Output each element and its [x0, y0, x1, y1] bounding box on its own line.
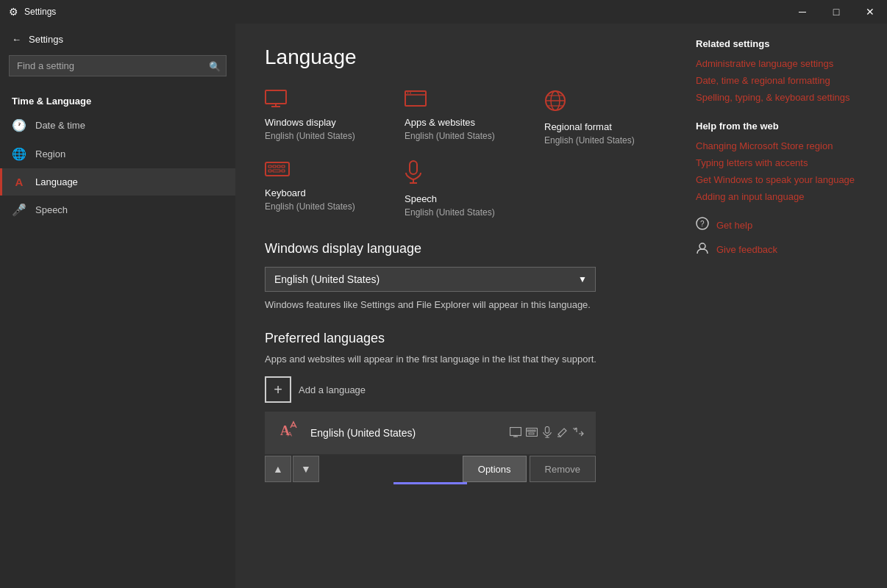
tile-apps-websites[interactable]: Apps & websites English (United States)	[405, 90, 522, 146]
remove-button[interactable]: Remove	[530, 456, 596, 482]
help-from-web-section: Help from the web Changing Microsoft Sto…	[696, 121, 872, 202]
sidebar-item-speech[interactable]: 🎤 Speech	[0, 196, 235, 224]
svg-point-41	[699, 243, 705, 249]
pref-lang-desc: Apps and websites will appear in the fir…	[265, 354, 652, 365]
bottom-bar	[265, 482, 596, 484]
lang-cap-speech-icon	[542, 426, 552, 440]
tile-speech-label: Speech	[405, 193, 522, 204]
help-link-accents[interactable]: Typing letters with accents	[696, 157, 872, 168]
add-language-button[interactable]: + Add a language	[265, 376, 652, 403]
tile-regional-format-sublabel: English (United States)	[544, 135, 662, 146]
language-icon: A	[12, 176, 26, 188]
lang-cap-handwriting-icon	[557, 427, 568, 440]
add-lang-label: Add a language	[299, 384, 366, 395]
give-feedback-label: Give feedback	[716, 244, 777, 255]
give-feedback-item[interactable]: Give feedback	[696, 241, 872, 258]
tile-windows-display-sublabel: English (United States)	[265, 131, 382, 141]
sidebar: ← Settings 🔍 Time & Language 🕐 Date & ti…	[0, 24, 235, 588]
svg-point-6	[410, 93, 411, 94]
lang-item-name: English (United States)	[310, 427, 502, 439]
help-link-speak[interactable]: Get Windows to speak your language	[696, 174, 872, 185]
get-help-label: Get help	[716, 220, 752, 231]
lang-cap-translate-icon	[572, 427, 584, 440]
speech-tile-icon	[405, 160, 522, 187]
tile-windows-display-label: Windows display	[265, 117, 382, 128]
svg-rect-34	[529, 433, 534, 434]
tile-regional-format[interactable]: Regional format English (United States)	[544, 90, 662, 146]
tile-keyboard-label: Keyboard	[265, 187, 382, 198]
titlebar-title: Settings	[24, 7, 56, 17]
svg-rect-20	[410, 161, 417, 174]
tile-regional-format-label: Regional format	[544, 121, 662, 132]
date-time-icon: 🕐	[12, 118, 26, 132]
svg-rect-0	[266, 90, 286, 104]
bottom-bar-fill	[393, 482, 467, 484]
svg-rect-30	[527, 430, 529, 431]
lang-cap-keyboard-icon	[526, 427, 538, 439]
app-container: ← Settings 🔍 Time & Language 🕐 Date & ti…	[0, 24, 887, 588]
titlebar: ⚙ Settings ─ □ ✕	[0, 0, 887, 24]
get-help-item[interactable]: ? Get help	[696, 217, 872, 234]
lang-note: Windows features like Settings and File …	[265, 299, 596, 310]
lang-select[interactable]: English (United States)	[265, 267, 596, 292]
lang-capability-icons	[510, 426, 584, 440]
svg-rect-29	[527, 429, 538, 437]
minimize-button[interactable]: ─	[786, 0, 819, 24]
lang-select-wrapper: English (United States) ▼	[265, 267, 596, 292]
right-panel: Related settings Administrative language…	[681, 24, 887, 588]
related-link-admin[interactable]: Administrative language settings	[696, 58, 872, 69]
svg-rect-31	[530, 430, 531, 431]
page-title: Language	[265, 46, 652, 69]
svg-rect-18	[273, 170, 280, 172]
related-link-datetime[interactable]: Date, time & regional formatting	[696, 75, 872, 86]
give-feedback-icon	[696, 241, 709, 258]
svg-rect-15	[277, 165, 280, 168]
svg-rect-13	[268, 165, 271, 168]
close-button[interactable]: ✕	[853, 0, 887, 24]
sidebar-item-label: Speech	[35, 204, 68, 215]
move-down-button[interactable]: ▼	[293, 456, 319, 482]
sidebar-item-label: Date & time	[35, 120, 85, 131]
help-from-web-title: Help from the web	[696, 121, 872, 132]
tile-keyboard[interactable]: Keyboard English (United States)	[265, 160, 382, 218]
plus-icon: +	[265, 376, 291, 403]
lang-action-buttons: Options Remove	[463, 456, 596, 482]
tile-windows-display[interactable]: Windows display English (United States)	[265, 90, 382, 146]
settings-icon: ⚙	[9, 6, 18, 18]
region-icon: 🌐	[12, 147, 26, 161]
titlebar-left: ⚙ Settings	[9, 6, 56, 18]
tile-speech[interactable]: Speech English (United States)	[405, 160, 522, 218]
sidebar-item-date-time[interactable]: 🕐 Date & time	[0, 111, 235, 140]
options-button[interactable]: Options	[463, 456, 527, 482]
related-link-spelling[interactable]: Spelling, typing, & keyboard settings	[696, 92, 872, 103]
back-label: Settings	[29, 34, 63, 45]
lang-actions: ▲ ▼ Options Remove	[265, 456, 596, 482]
move-up-button[interactable]: ▲	[265, 456, 291, 482]
display-lang-section-title: Windows display language	[265, 241, 652, 257]
search-input[interactable]	[9, 55, 227, 76]
related-settings-title: Related settings	[696, 38, 872, 49]
maximize-button[interactable]: □	[819, 0, 853, 24]
sidebar-section-label: Time & Language	[0, 85, 235, 111]
back-icon: ←	[12, 34, 21, 45]
svg-text:ᴬ: ᴬ	[288, 431, 292, 441]
sidebar-item-label: Region	[35, 148, 65, 159]
lang-arrows: ▲ ▼	[265, 456, 319, 482]
sidebar-item-region[interactable]: 🌐 Region	[0, 140, 235, 168]
lang-item-icon: A ᴬ	[277, 420, 303, 445]
apps-websites-icon	[405, 90, 522, 111]
help-link-input[interactable]: Adding an input language	[696, 191, 872, 202]
tiles-grid: Windows display English (United States) …	[265, 90, 652, 218]
svg-rect-26	[510, 427, 521, 435]
titlebar-controls: ─ □ ✕	[786, 0, 887, 24]
sidebar-item-language[interactable]: A Language	[0, 168, 235, 196]
svg-point-5	[407, 93, 409, 94]
svg-rect-16	[282, 165, 285, 168]
pref-lang-title: Preferred languages	[265, 331, 652, 346]
help-link-store[interactable]: Changing Microsoft Store region	[696, 140, 872, 151]
svg-rect-17	[268, 170, 271, 172]
windows-display-icon	[265, 90, 382, 111]
back-button[interactable]: ← Settings	[0, 24, 235, 55]
tile-speech-sublabel: English (United States)	[405, 207, 522, 218]
svg-rect-32	[532, 430, 533, 431]
